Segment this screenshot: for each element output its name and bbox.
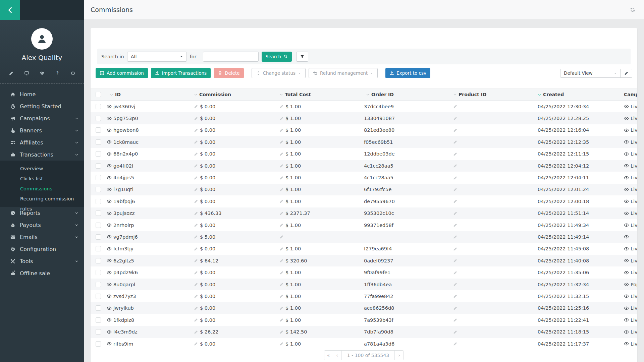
table-row[interactable]: 2nrhoirp $ 0.00 $ 1.00 99371ed58f 04/25/… bbox=[91, 219, 637, 231]
sidebar-item-getting-started[interactable]: Getting Started bbox=[0, 100, 84, 112]
table-row[interactable]: jwryikub $ 0.00 $ 1.00 ace86256d8 04/25/… bbox=[91, 302, 637, 314]
eye-icon[interactable] bbox=[624, 246, 629, 251]
pencil-icon[interactable] bbox=[194, 199, 198, 203]
eye-icon[interactable] bbox=[624, 258, 629, 263]
eye-icon[interactable] bbox=[107, 139, 112, 144]
pencil-icon[interactable] bbox=[279, 258, 284, 263]
select-all-checkbox[interactable] bbox=[96, 92, 101, 97]
export-csv-button[interactable]: Export to csv bbox=[385, 68, 430, 78]
sidebar-item-configuration[interactable]: Configuration bbox=[0, 243, 84, 255]
eye-icon[interactable] bbox=[624, 282, 629, 287]
eye-icon[interactable] bbox=[624, 211, 629, 216]
eye-icon[interactable] bbox=[107, 152, 112, 157]
table-row[interactable]: jw4360vj $ 0.00 $ 1.00 37dcc4bee9 04/25/… bbox=[91, 101, 637, 112]
refund-management-button[interactable]: Refund management bbox=[309, 68, 378, 78]
pencil-icon[interactable] bbox=[279, 342, 284, 346]
eye-icon[interactable] bbox=[107, 128, 112, 133]
eye-icon[interactable] bbox=[107, 223, 112, 228]
sidebar-item-emails[interactable]: Emails bbox=[0, 231, 84, 243]
row-checkbox[interactable] bbox=[96, 139, 101, 145]
pencil-icon[interactable] bbox=[453, 223, 458, 227]
pencil-icon[interactable] bbox=[194, 164, 198, 168]
eye-icon[interactable] bbox=[624, 163, 629, 168]
row-checkbox[interactable] bbox=[96, 234, 101, 240]
table-row[interactable]: 6z2gltz5 $ 64.12 $ 320.60 0adef09237 04/… bbox=[91, 255, 637, 266]
table-row[interactable]: 3pujsozz $ 436.33 $ 2371.37 935302c10c 0… bbox=[91, 207, 637, 219]
table-row[interactable]: 68n2x4p0 $ 0.00 $ 1.00 12ddbe03de 04/25/… bbox=[91, 148, 637, 160]
pencil-icon[interactable] bbox=[194, 330, 198, 334]
pencil-icon[interactable] bbox=[453, 199, 458, 203]
table-row[interactable]: 4n4jjps5 $ 0.00 $ 1.00 4c1cc28aa5 04/25/… bbox=[91, 172, 637, 183]
eye-icon[interactable] bbox=[107, 282, 112, 287]
refresh-button[interactable] bbox=[630, 7, 635, 12]
eye-icon[interactable] bbox=[107, 317, 112, 322]
table-row[interactable]: hgowbon8 $ 0.00 $ 1.00 821ed3ee80 04/25/… bbox=[91, 124, 637, 136]
sidebar-item-home[interactable]: Home bbox=[0, 88, 84, 100]
eye-icon[interactable] bbox=[624, 128, 629, 133]
pencil-icon[interactable] bbox=[279, 247, 284, 251]
profile-edit-button[interactable] bbox=[7, 70, 15, 76]
pencil-icon[interactable] bbox=[279, 140, 284, 144]
column-header-commission[interactable]: Commission bbox=[194, 92, 279, 97]
sidebar-item-offline-sale[interactable]: Offline sale bbox=[0, 267, 84, 279]
eye-icon[interactable] bbox=[107, 294, 112, 299]
row-checkbox[interactable] bbox=[96, 199, 101, 204]
table-row[interactable]: vg7pdmj6 $ 5.00 04/25/2022 11:49:14 bbox=[91, 231, 637, 243]
pencil-icon[interactable] bbox=[453, 211, 458, 216]
table-row[interactable]: 8u0qarpl $ 0.00 $ 1.00 1ff36db4ea 04/25/… bbox=[91, 279, 637, 290]
column-header-order-id[interactable]: Order ID bbox=[364, 92, 453, 97]
pencil-icon[interactable] bbox=[279, 235, 284, 239]
pencil-icon[interactable] bbox=[279, 176, 284, 180]
pencil-icon[interactable] bbox=[194, 294, 198, 298]
profile-help-button[interactable]: ? bbox=[54, 70, 61, 76]
sidebar-subitem-recurring-commission-rules[interactable]: Recurring commission rules bbox=[0, 194, 84, 204]
sort-caret-icon[interactable] bbox=[279, 93, 283, 97]
pencil-icon[interactable] bbox=[194, 211, 198, 216]
pencil-icon[interactable] bbox=[194, 128, 198, 132]
pencil-icon[interactable] bbox=[279, 223, 284, 227]
profile-monitor-button[interactable] bbox=[23, 70, 30, 76]
pencil-icon[interactable] bbox=[453, 258, 458, 263]
row-checkbox[interactable] bbox=[96, 246, 101, 251]
pencil-icon[interactable] bbox=[279, 211, 284, 216]
row-checkbox[interactable] bbox=[96, 329, 101, 335]
pencil-icon[interactable] bbox=[453, 282, 458, 287]
table-row[interactable]: i7g1uqtl $ 0.00 $ 1.00 6f1792fc5e 04/25/… bbox=[91, 184, 637, 195]
table-row[interactable]: l4e3m9dz $ 26.22 $ 142.50 7db7fa90d8 04/… bbox=[91, 326, 637, 338]
table-row[interactable]: 1ck8mauc $ 0.00 $ 1.00 f05ec69b51 04/25/… bbox=[91, 136, 637, 148]
row-checkbox[interactable] bbox=[96, 270, 101, 275]
sidebar-subitem-clicks-list[interactable]: Clicks list bbox=[0, 174, 84, 184]
pencil-icon[interactable] bbox=[279, 104, 284, 109]
pencil-icon[interactable] bbox=[453, 270, 458, 275]
eye-icon[interactable] bbox=[624, 152, 629, 157]
eye-icon[interactable] bbox=[624, 139, 629, 144]
pencil-icon[interactable] bbox=[453, 164, 458, 168]
filter-button[interactable] bbox=[296, 52, 308, 62]
eye-icon[interactable] bbox=[107, 163, 112, 168]
pencil-icon[interactable] bbox=[453, 330, 458, 334]
search-in-select[interactable]: All bbox=[127, 52, 187, 62]
eye-icon[interactable] bbox=[624, 329, 629, 335]
row-checkbox[interactable] bbox=[96, 223, 101, 228]
pencil-icon[interactable] bbox=[194, 176, 198, 180]
edit-view-button[interactable] bbox=[620, 69, 632, 77]
eye-icon[interactable] bbox=[624, 104, 629, 109]
pagination-next-button[interactable]: › bbox=[395, 351, 404, 360]
eye-icon[interactable] bbox=[107, 211, 112, 216]
profile-power-button[interactable] bbox=[69, 70, 76, 76]
column-header-total-cost[interactable]: Total Cost bbox=[279, 92, 364, 97]
pencil-icon[interactable] bbox=[279, 330, 284, 334]
eye-icon[interactable] bbox=[107, 341, 112, 346]
pencil-icon[interactable] bbox=[453, 176, 458, 180]
row-checkbox[interactable] bbox=[96, 305, 101, 311]
pencil-icon[interactable] bbox=[453, 318, 458, 322]
pencil-icon[interactable] bbox=[453, 342, 458, 346]
pencil-icon[interactable] bbox=[194, 140, 198, 144]
sort-caret-icon[interactable] bbox=[194, 93, 198, 97]
pagination-first-button[interactable]: « bbox=[324, 351, 333, 360]
pencil-icon[interactable] bbox=[453, 128, 458, 132]
table-row[interactable]: p4pd29k6 $ 0.00 $ 1.00 9f0af99fe1 04/25/… bbox=[91, 266, 637, 278]
pencil-icon[interactable] bbox=[194, 282, 198, 287]
pencil-icon[interactable] bbox=[453, 294, 458, 298]
pencil-icon[interactable] bbox=[453, 235, 458, 239]
